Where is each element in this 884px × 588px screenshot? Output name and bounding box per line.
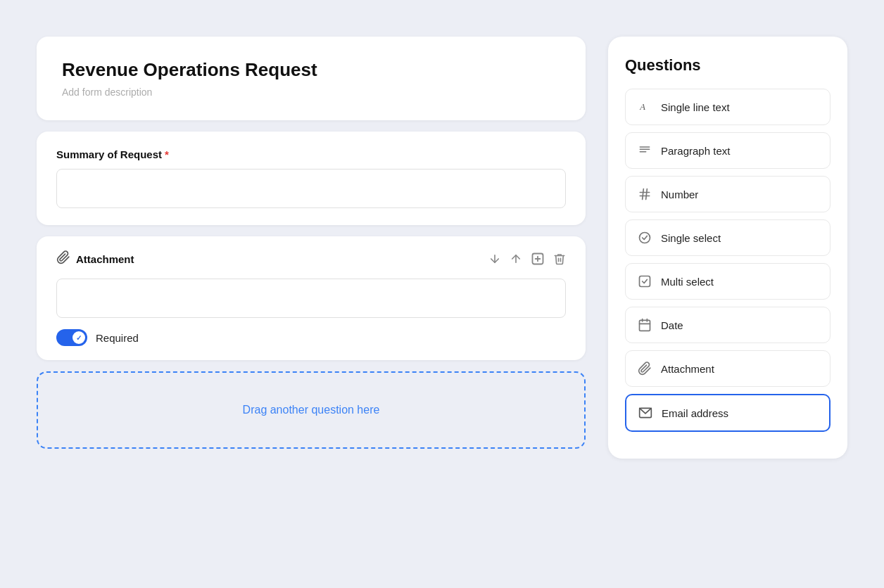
main-container: Revenue Operations Request Add form desc…: [20, 20, 864, 568]
date-label: Date: [661, 319, 683, 331]
required-label: Required: [96, 332, 139, 344]
attachment-question-label: Attachment: [661, 363, 714, 375]
question-item-attachment[interactable]: Attachment: [625, 350, 831, 387]
move-up-button[interactable]: [510, 253, 522, 265]
attachment-icon: [637, 361, 652, 376]
attachment-actions: [488, 252, 566, 266]
email-label: Email address: [662, 407, 728, 419]
summary-input[interactable]: [56, 169, 566, 208]
drop-zone[interactable]: Drag another question here: [37, 371, 586, 449]
date-icon: [637, 317, 652, 333]
questions-title: Questions: [625, 56, 831, 75]
single-line-text-label: Single line text: [661, 101, 730, 113]
multi-select-label: Multi select: [661, 276, 714, 288]
question-item-multi-select[interactable]: Multi select: [625, 263, 831, 300]
right-panel: Questions A Single line text Paragraph t…: [608, 37, 847, 459]
form-title: Revenue Operations Request: [62, 59, 560, 81]
question-item-single-select[interactable]: Single select: [625, 219, 831, 256]
paragraph-text-label: Paragraph text: [661, 145, 730, 157]
question-item-number[interactable]: Number: [625, 176, 831, 212]
add-field-button[interactable]: [531, 252, 545, 266]
svg-rect-15: [640, 320, 650, 331]
question-item-date[interactable]: Date: [625, 307, 831, 343]
paperclip-icon: [56, 250, 70, 267]
drop-zone-text: Drag another question here: [243, 404, 380, 416]
single-line-text-icon: A: [637, 99, 652, 115]
summary-field-card: Summary of Request *: [37, 132, 586, 225]
paragraph-text-icon: [637, 143, 652, 158]
summary-field-label: Summary of Request *: [56, 148, 566, 160]
svg-rect-14: [640, 276, 650, 287]
required-star: *: [165, 148, 169, 160]
required-toggle[interactable]: [56, 329, 87, 346]
form-header-card: Revenue Operations Request Add form desc…: [37, 37, 586, 120]
question-item-paragraph-text[interactable]: Paragraph text: [625, 132, 831, 169]
question-item-single-line-text[interactable]: A Single line text: [625, 89, 831, 125]
email-icon: [638, 405, 653, 421]
question-item-email-address[interactable]: Email address: [625, 394, 831, 432]
move-down-button[interactable]: [488, 253, 501, 265]
left-panel: Revenue Operations Request Add form desc…: [37, 37, 586, 449]
attachment-input[interactable]: [56, 279, 566, 318]
attachment-card: Attachment: [37, 236, 586, 360]
attachment-label-text: Attachment: [76, 253, 134, 265]
number-label: Number: [661, 188, 698, 200]
single-select-label: Single select: [661, 232, 721, 244]
delete-field-button[interactable]: [553, 253, 566, 265]
form-description-placeholder[interactable]: Add form description: [62, 87, 560, 98]
attachment-header: Attachment: [56, 250, 566, 267]
single-select-icon: [637, 230, 652, 245]
svg-line-12: [646, 189, 648, 200]
svg-point-13: [640, 233, 650, 243]
svg-text:A: A: [639, 102, 645, 112]
attachment-label-row: Attachment: [56, 250, 134, 267]
multi-select-icon: [637, 274, 652, 289]
number-icon: [637, 186, 652, 202]
required-toggle-row: Required: [56, 329, 566, 346]
svg-line-11: [643, 189, 644, 200]
